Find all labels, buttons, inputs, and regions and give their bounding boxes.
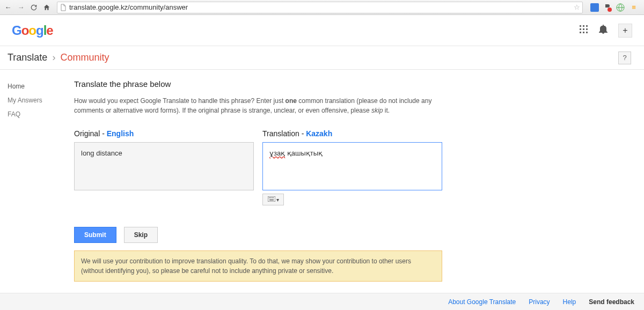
skip-button[interactable]: Skip bbox=[124, 227, 158, 243]
extension-icon-3[interactable] bbox=[616, 3, 625, 12]
translation-label: Translation - Kazakh bbox=[262, 129, 442, 138]
svg-rect-14 bbox=[272, 197, 273, 198]
page-icon bbox=[60, 4, 67, 11]
svg-rect-16 bbox=[269, 200, 274, 201]
help-button[interactable]: ? bbox=[618, 51, 631, 64]
header-actions: + bbox=[580, 24, 632, 38]
browser-toolbar: ← → translate.google.kz/community/answer… bbox=[0, 0, 644, 15]
url-text: translate.google.kz/community/answer bbox=[69, 3, 572, 11]
content-area: Translate the phrase below How would you… bbox=[67, 70, 453, 282]
extension-icons: ≡ bbox=[588, 3, 641, 12]
footer-link-about[interactable]: About Google Translate bbox=[448, 298, 516, 306]
footer-link-privacy[interactable]: Privacy bbox=[529, 298, 550, 306]
translation-panels: Original - English long distance Transla… bbox=[74, 129, 442, 205]
google-header: Google + bbox=[0, 15, 644, 46]
instructions-text: How would you expect Google Translate to… bbox=[74, 96, 442, 115]
section-name[interactable]: Community bbox=[60, 52, 109, 63]
svg-rect-5 bbox=[580, 28, 581, 30]
svg-rect-11 bbox=[268, 196, 275, 202]
svg-rect-9 bbox=[583, 32, 584, 33]
chrome-menu-icon[interactable]: ≡ bbox=[629, 3, 639, 12]
footer: About Google Translate Privacy Help Send… bbox=[0, 293, 644, 310]
notifications-icon[interactable] bbox=[599, 24, 608, 36]
translation-language[interactable]: Kazakh bbox=[306, 129, 332, 138]
breadcrumb: Translate › Community bbox=[8, 52, 109, 63]
translation-input[interactable]: ұзақ қашықтық bbox=[262, 142, 442, 190]
breadcrumb-separator: › bbox=[52, 52, 55, 63]
privacy-notice: We will use your contribution to improve… bbox=[74, 250, 442, 282]
sidebar-item-my-answers[interactable]: My Answers bbox=[8, 93, 67, 107]
reload-button[interactable] bbox=[29, 3, 39, 12]
svg-rect-8 bbox=[580, 32, 581, 33]
chevron-down-icon: ▾ bbox=[276, 197, 279, 203]
page-title: Translate the phrase below bbox=[74, 79, 442, 88]
google-logo[interactable]: Google bbox=[12, 23, 53, 38]
svg-rect-12 bbox=[269, 197, 270, 198]
keyboard-dropdown-button[interactable]: ▾ bbox=[262, 194, 284, 205]
footer-link-feedback[interactable]: Send feedback bbox=[589, 298, 634, 306]
sidebar: Home My Answers FAQ bbox=[0, 70, 67, 282]
main-content: Home My Answers FAQ Translate the phrase… bbox=[0, 70, 644, 282]
sidebar-item-faq[interactable]: FAQ bbox=[8, 107, 67, 121]
home-button[interactable] bbox=[42, 3, 52, 12]
footer-link-help[interactable]: Help bbox=[563, 298, 576, 306]
svg-rect-7 bbox=[586, 28, 588, 30]
extension-icon-2[interactable] bbox=[603, 3, 612, 12]
svg-rect-3 bbox=[583, 25, 584, 27]
svg-rect-6 bbox=[583, 28, 584, 30]
svg-point-0 bbox=[608, 8, 612, 12]
bookmark-star-icon[interactable]: ☆ bbox=[574, 3, 580, 11]
svg-rect-4 bbox=[586, 25, 588, 27]
original-language[interactable]: English bbox=[107, 129, 134, 138]
original-label: Original - English bbox=[74, 129, 254, 138]
back-button[interactable]: ← bbox=[3, 3, 13, 12]
original-column: Original - English long distance bbox=[74, 129, 254, 205]
action-buttons: Submit Skip bbox=[74, 227, 442, 243]
product-name[interactable]: Translate bbox=[8, 52, 47, 63]
submit-button[interactable]: Submit bbox=[74, 227, 116, 243]
apps-icon[interactable] bbox=[580, 25, 588, 36]
svg-rect-13 bbox=[270, 197, 271, 198]
forward-button[interactable]: → bbox=[16, 3, 26, 12]
address-bar[interactable]: translate.google.kz/community/answer ☆ bbox=[57, 2, 583, 13]
add-button[interactable]: + bbox=[618, 24, 632, 38]
keyboard-icon bbox=[268, 196, 275, 203]
sidebar-item-home[interactable]: Home bbox=[8, 79, 67, 93]
original-text-box: long distance bbox=[74, 142, 254, 190]
svg-rect-15 bbox=[273, 197, 274, 198]
svg-rect-10 bbox=[586, 32, 588, 33]
translation-column: Translation - Kazakh ұзақ қашықтық ▾ bbox=[262, 129, 442, 205]
extension-icon-1[interactable] bbox=[590, 3, 599, 12]
svg-rect-2 bbox=[580, 25, 581, 27]
app-bar: Translate › Community ? bbox=[0, 46, 644, 70]
